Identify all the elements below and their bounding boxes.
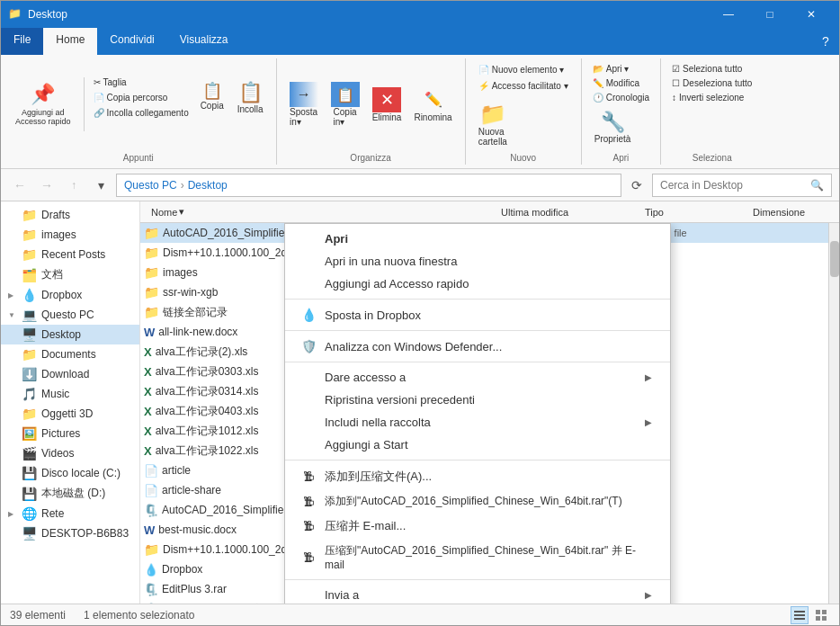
sposta-button[interactable]: → Spostain▾: [284, 78, 324, 130]
ctx-defender[interactable]: 🛡️ Analizza con Windows Defender...: [285, 335, 670, 358]
sidebar-item-drafts[interactable]: 📁 Drafts: [1, 205, 139, 225]
col-header-size[interactable]: Dimensione: [746, 207, 836, 218]
maximize-button[interactable]: □: [749, 1, 791, 28]
ctx-start[interactable]: Aggiungi a Start: [285, 434, 670, 456]
row-icon: 📁: [144, 226, 159, 240]
sidebar-item-dropbox[interactable]: ▶ 💧 Dropbox: [1, 285, 139, 305]
copia-percorso-button[interactable]: 📄 Copia percorso: [90, 91, 192, 104]
sidebar-item-desktop-machine[interactable]: 🖥️ DESKTOP-B6B83: [1, 523, 139, 543]
incolla-button[interactable]: 📋 Incolla: [232, 77, 269, 118]
sidebar-item-desktop[interactable]: 🖥️ Desktop: [1, 325, 139, 344]
large-icons-view-button[interactable]: [812, 606, 830, 624]
accesso-rapido-button[interactable]: 📌 Aggiungi adAccesso rapido: [8, 79, 78, 130]
window-title: Desktop: [28, 8, 708, 21]
taglia-button[interactable]: ✂ Taglia: [90, 76, 192, 89]
up-button[interactable]: ↑: [62, 174, 85, 197]
ctx-email1[interactable]: 🗜 压缩并 E-mail...: [285, 514, 670, 539]
breadcrumb-sep1: ›: [181, 179, 184, 192]
col-header-type[interactable]: Tipo: [638, 207, 746, 218]
ctx-accesso-rapido[interactable]: Aggiungi ad Accesso rapido: [285, 273, 670, 295]
nuovo-elemento-button[interactable]: 📄 Nuovo elemento ▾: [473, 62, 570, 77]
sidebar-item-videos[interactable]: 🎬 Videos: [1, 443, 139, 463]
history-icon: 🕐: [593, 93, 603, 103]
ctx-compress2[interactable]: 🗜 添加到"AutoCAD_2016_Simplified_Chinese_Wi…: [285, 489, 670, 514]
modifica-button[interactable]: ✏️ Modifica: [589, 76, 643, 90]
sidebar-item-oggetti3d[interactable]: 📁 Oggetti 3D: [1, 404, 139, 424]
sidebar-label-documents: Documents: [41, 348, 96, 361]
ctx-email2[interactable]: 🗜 压缩到"AutoCAD_2016_Simplified_Chinese_Wi…: [285, 539, 670, 576]
accesso-facilitato-button[interactable]: ⚡ Accesso facilitato ▾: [473, 78, 574, 94]
proprieta-ribbon-container: 🔧 Proprietà: [589, 107, 637, 144]
ctx-raccolta[interactable]: Includi nella raccolta ▶: [285, 411, 670, 434]
sidebar-item-documents[interactable]: 📁 Documents: [1, 344, 139, 364]
recent-button[interactable]: ▾: [89, 174, 112, 197]
edit-icon: ✏️: [593, 78, 603, 88]
ctx-compress1[interactable]: 🗜 添加到压缩文件(A)...: [285, 464, 670, 489]
help-button[interactable]: ?: [812, 28, 839, 55]
deseleziona-tutto-button[interactable]: ☐ Deseleziona tutto: [668, 76, 755, 90]
ctx-raccolta-label: Includi nella raccolta: [325, 416, 431, 429]
incolla-collegamento-button[interactable]: 🔗 Incolla collegamento: [90, 106, 192, 120]
copia-button[interactable]: 📋 Copia: [194, 77, 230, 114]
sidebar-item-recent-posts[interactable]: 📁 Recent Posts: [1, 245, 139, 264]
search-input[interactable]: [660, 179, 810, 192]
copy-paste-buttons: 📋 Copia 📋 Incolla: [194, 77, 269, 132]
ctx-invia-a[interactable]: Invia a ▶: [285, 584, 670, 604]
forward-button[interactable]: →: [35, 174, 58, 197]
sidebar-item-pictures[interactable]: 🖼️ Pictures: [1, 424, 139, 443]
row-icon: 📄: [144, 484, 158, 497]
scroll-thumb[interactable]: [830, 241, 839, 277]
ctx-dare-accesso[interactable]: Dare accesso a ▶: [285, 366, 670, 389]
sidebar-item-images[interactable]: 📁 images: [1, 225, 139, 245]
vertical-scrollbar[interactable]: [828, 223, 839, 604]
tab-visualizza[interactable]: Visualizza: [167, 28, 241, 55]
ctx-sep3: [285, 362, 670, 362]
machine-icon: 🖥️: [22, 526, 37, 541]
folder-icon: 📁: [22, 208, 37, 222]
minimize-button[interactable]: —: [708, 1, 749, 28]
sidebar-item-drive-c[interactable]: 💾 Disco locale (C:): [1, 463, 139, 483]
sidebar-item-drive-d[interactable]: 💾 本地磁盘 (D:): [1, 483, 139, 504]
sidebar-item-rete[interactable]: ▶ 🌐 Rete: [1, 504, 139, 523]
tab-condividi[interactable]: Condividi: [97, 28, 166, 55]
close-button[interactable]: ✕: [791, 1, 832, 28]
back-button[interactable]: ←: [8, 174, 31, 197]
apri-button[interactable]: 📂 Apri ▾: [589, 62, 633, 76]
inverti-selezione-button[interactable]: ↕ Inverti selezione: [668, 91, 747, 104]
ctx-apri-nuova-finestra[interactable]: Apri in una nuova finestra: [285, 250, 670, 273]
proprieta-ribbon-button[interactable]: 🔧 Proprietà: [589, 107, 637, 144]
rinomina-button[interactable]: ✏️ Rinomina: [408, 84, 457, 126]
expand-icon: ▼: [8, 311, 17, 319]
copia-in-button[interactable]: 📋 Copiain▾: [326, 78, 365, 130]
row-icon: 📁: [144, 285, 159, 300]
ctx-dropbox[interactable]: 💧 Sposta in Dropbox: [285, 303, 670, 326]
invert-selection-icon: ↕: [672, 93, 676, 103]
col-header-name[interactable]: Nome ▾: [144, 206, 494, 218]
title-bar-buttons: — □ ✕: [708, 1, 832, 28]
row-icon: X: [144, 425, 152, 438]
appunti-items: 📌 Aggiungi adAccesso rapido ✂ Taglia 📄 C…: [8, 62, 269, 161]
refresh-button[interactable]: ⟳: [625, 174, 648, 197]
nuovo-label: Nuovo: [466, 153, 581, 163]
sidebar-item-music[interactable]: 🎵 Music: [1, 384, 139, 404]
row-icon: 📁: [144, 265, 159, 280]
tab-file[interactable]: File: [1, 28, 43, 55]
breadcrumb-pc[interactable]: Questo PC: [124, 179, 177, 192]
title-icon: 📁: [8, 7, 22, 22]
elimina-button[interactable]: ✕ Elimina: [367, 84, 407, 126]
breadcrumb[interactable]: Questo PC › Desktop: [116, 174, 621, 197]
breadcrumb-desktop[interactable]: Desktop: [188, 179, 228, 192]
seleziona-tutto-button[interactable]: ☑ Seleziona tutto: [668, 62, 746, 76]
details-view-button[interactable]: [791, 606, 809, 624]
col-header-modified[interactable]: Ultima modifica: [494, 207, 638, 218]
tab-home[interactable]: Home: [43, 28, 97, 55]
cronologia-button[interactable]: 🕐 Cronologia: [589, 91, 653, 104]
sidebar-item-questo-pc[interactable]: ▼ 💻 Questo PC: [1, 305, 139, 325]
search-icon: 🔍: [810, 179, 824, 192]
nuova-cartella-button[interactable]: 📁 Nuovacartella: [473, 98, 513, 147]
row-icon: W: [144, 326, 155, 339]
sidebar-item-download[interactable]: ⬇️ Download: [1, 364, 139, 384]
ctx-ripristina[interactable]: Ripristina versioni precedenti: [285, 389, 670, 411]
sidebar-item-documents-cn[interactable]: 🗂️ 文档: [1, 264, 139, 285]
ctx-apri[interactable]: Apri: [285, 228, 670, 250]
